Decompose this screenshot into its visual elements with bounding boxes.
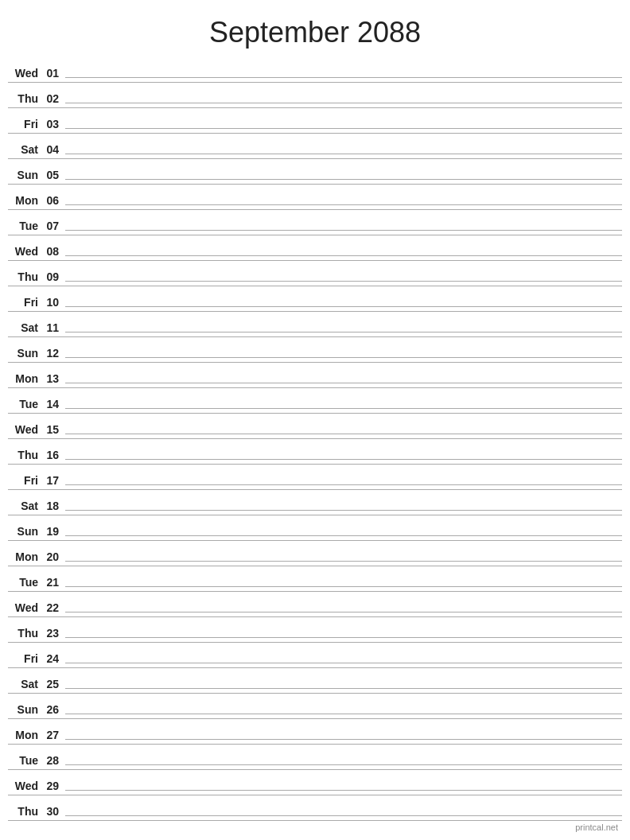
day-number: 28	[41, 754, 65, 767]
page-title: September 2088	[0, 0, 630, 57]
day-number: 01	[41, 67, 65, 80]
calendar-row: Fri10	[8, 286, 622, 312]
day-name: Fri	[8, 474, 41, 487]
day-number: 11	[41, 321, 65, 334]
calendar-row: Sun26	[8, 694, 622, 719]
day-line	[65, 103, 622, 103]
day-line	[65, 204, 622, 205]
day-name: Sun	[8, 703, 41, 716]
day-line	[65, 714, 622, 714]
day-number: 05	[41, 169, 65, 181]
day-number: 25	[41, 678, 65, 690]
day-name: Mon	[8, 729, 41, 741]
day-line	[65, 612, 622, 612]
day-name: Tue	[8, 576, 41, 589]
day-line	[65, 815, 622, 816]
day-line	[65, 790, 622, 791]
day-line	[65, 408, 622, 409]
day-name: Fri	[8, 118, 41, 130]
day-line	[65, 281, 622, 282]
calendar-row: Sat25	[8, 668, 622, 694]
day-line	[65, 306, 622, 307]
day-line	[65, 230, 622, 231]
day-name: Sat	[8, 143, 41, 156]
calendar-row: Tue28	[8, 745, 622, 770]
day-line	[65, 586, 622, 587]
day-name: Fri	[8, 652, 41, 665]
day-number: 06	[41, 194, 65, 207]
day-name: Wed	[8, 423, 41, 436]
day-line	[65, 663, 622, 663]
day-number: 03	[41, 118, 65, 130]
day-line	[65, 434, 622, 434]
calendar-row: Sun05	[8, 159, 622, 185]
day-name: Wed	[8, 780, 41, 792]
day-name: Wed	[8, 245, 41, 258]
calendar-row: Sat11	[8, 312, 622, 337]
day-name: Thu	[8, 92, 41, 105]
calendar-row: Wed22	[8, 592, 622, 617]
day-name: Fri	[8, 296, 41, 309]
calendar-row: Sat04	[8, 134, 622, 159]
calendar-row: Thu09	[8, 261, 622, 286]
day-number: 12	[41, 347, 65, 360]
day-number: 18	[41, 500, 65, 512]
day-number: 20	[41, 550, 65, 563]
day-number: 07	[41, 220, 65, 232]
calendar-container: Wed01Thu02Fri03Sat04Sun05Mon06Tue07Wed08…	[0, 57, 630, 821]
day-name: Mon	[8, 372, 41, 385]
day-name: Thu	[8, 270, 41, 283]
day-line	[65, 764, 622, 765]
calendar-row: Thu02	[8, 83, 622, 108]
day-name: Thu	[8, 805, 41, 818]
day-line	[65, 637, 622, 638]
day-number: 09	[41, 270, 65, 283]
calendar-row: Tue07	[8, 210, 622, 235]
day-number: 16	[41, 449, 65, 461]
day-number: 29	[41, 780, 65, 792]
day-number: 10	[41, 296, 65, 309]
day-number: 02	[41, 92, 65, 105]
day-number: 04	[41, 143, 65, 156]
calendar-row: Wed01	[8, 57, 622, 83]
calendar-row: Thu30	[8, 795, 622, 821]
day-line	[65, 535, 622, 536]
day-number: 26	[41, 703, 65, 716]
day-line	[65, 510, 622, 511]
calendar-row: Thu23	[8, 617, 622, 643]
day-line	[65, 484, 622, 485]
calendar-row: Sat18	[8, 490, 622, 515]
day-number: 21	[41, 576, 65, 589]
calendar-row: Wed29	[8, 770, 622, 795]
day-name: Sat	[8, 500, 41, 512]
calendar-row: Thu16	[8, 439, 622, 465]
calendar-row: Mon20	[8, 541, 622, 566]
day-number: 13	[41, 372, 65, 385]
calendar-row: Wed15	[8, 414, 622, 439]
day-name: Sun	[8, 347, 41, 360]
day-name: Tue	[8, 754, 41, 767]
day-line	[65, 128, 622, 129]
day-line	[65, 332, 622, 332]
day-number: 27	[41, 729, 65, 741]
day-name: Tue	[8, 220, 41, 232]
day-number: 08	[41, 245, 65, 258]
day-line	[65, 688, 622, 689]
calendar-row: Wed08	[8, 235, 622, 261]
day-number: 22	[41, 601, 65, 614]
day-name: Sat	[8, 321, 41, 334]
day-line	[65, 357, 622, 358]
day-line	[65, 459, 622, 460]
calendar-row: Mon27	[8, 719, 622, 745]
footer-text: printcal.net	[575, 822, 618, 832]
day-number: 23	[41, 627, 65, 640]
calendar-row: Fri03	[8, 108, 622, 134]
calendar-row: Tue21	[8, 566, 622, 592]
calendar-row: Mon13	[8, 363, 622, 388]
calendar-row: Sun19	[8, 515, 622, 541]
day-name: Thu	[8, 627, 41, 640]
day-number: 15	[41, 423, 65, 436]
day-number: 14	[41, 398, 65, 410]
day-line	[65, 154, 622, 154]
day-line	[65, 561, 622, 562]
